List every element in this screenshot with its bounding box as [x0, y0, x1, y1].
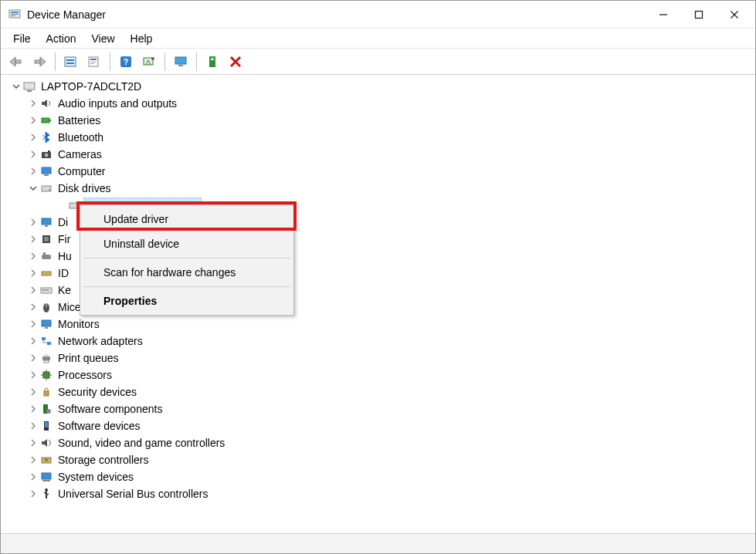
maximize-button[interactable] — [681, 2, 717, 27]
toolbar-show-hidden-button[interactable] — [60, 51, 82, 73]
tree-expander-icon[interactable] — [55, 199, 67, 211]
svg-rect-48 — [45, 289, 46, 291]
tree-expander-icon[interactable] — [27, 148, 39, 160]
tree-category[interactable]: Security devices — [7, 383, 749, 400]
tree-expander-icon[interactable] — [27, 471, 39, 483]
context-scan-hardware[interactable]: Scan for hardware changes — [80, 260, 293, 285]
tree-item-label: Batteries — [56, 113, 102, 127]
minimize-button[interactable] — [646, 2, 681, 27]
tree-expander-icon[interactable] — [27, 335, 39, 347]
close-button[interactable] — [717, 2, 752, 27]
tree-expander-icon[interactable] — [27, 301, 39, 313]
tree-item-label: Storage controllers — [56, 453, 151, 467]
toolbar-separator — [55, 52, 56, 71]
tree-category[interactable]: Storage controllers — [7, 451, 749, 468]
tree-category[interactable]: Cameras — [7, 146, 749, 163]
tree-category[interactable]: Computer — [7, 163, 749, 180]
tree-item-label: Hu — [56, 249, 73, 263]
tree-expander-icon[interactable] — [27, 250, 39, 262]
tree-item-label: Audio inputs and outputs — [56, 96, 178, 110]
tree-expander-icon[interactable] — [27, 318, 39, 330]
svg-rect-68 — [45, 422, 48, 427]
tree-category[interactable]: Software components — [7, 400, 749, 417]
menu-help[interactable]: Help — [124, 31, 159, 46]
svg-rect-14 — [90, 59, 97, 60]
tree-expander-icon[interactable] — [27, 420, 39, 432]
tree-category[interactable]: System devices — [7, 468, 749, 485]
menu-view[interactable]: View — [85, 31, 120, 46]
svg-rect-27 — [27, 90, 32, 92]
tree-item-label: Sound, video and game controllers — [56, 436, 226, 450]
ide-icon — [39, 266, 53, 280]
speaker-icon — [39, 96, 53, 110]
tree-expander-icon[interactable] — [27, 233, 39, 245]
svg-rect-58 — [44, 360, 49, 363]
tree-expander-icon[interactable] — [27, 216, 39, 228]
context-menu: Update driver Uninstall device Scan for … — [80, 204, 294, 316]
tree-expander-icon[interactable] — [27, 267, 39, 279]
tree-category[interactable]: Universal Serial Bus controllers — [7, 485, 749, 502]
tree-expander-icon[interactable] — [27, 165, 39, 177]
tree-expander-icon[interactable] — [27, 284, 39, 296]
tree-expander-icon[interactable] — [27, 437, 39, 449]
context-properties[interactable]: Properties — [80, 289, 293, 313]
keyboard-icon — [39, 283, 53, 297]
toolbar-scan-button[interactable] — [138, 51, 160, 73]
tree-category[interactable]: Print queues — [7, 350, 749, 367]
tree-view[interactable]: LAPTOP-7ADCLT2DAudio inputs and outputsB… — [1, 75, 755, 533]
context-update-driver[interactable]: Update driver — [80, 207, 293, 231]
tree-item-label: Network adapters — [56, 334, 144, 348]
tree-root[interactable]: LAPTOP-7ADCLT2D — [7, 78, 749, 95]
svg-rect-71 — [42, 473, 51, 479]
usb-icon — [39, 487, 53, 501]
tree-expander-icon[interactable] — [27, 488, 39, 500]
battery-icon — [39, 113, 53, 127]
svg-rect-45 — [42, 272, 51, 275]
toolbar-forward-button[interactable] — [29, 51, 50, 73]
context-uninstall-device[interactable]: Uninstall device — [80, 231, 293, 256]
tree-item-label: Print queues — [56, 351, 120, 365]
tree-category[interactable]: Audio inputs and outputs — [7, 95, 749, 112]
tree-expander-icon[interactable] — [27, 369, 39, 381]
tree-expander-icon[interactable] — [27, 352, 39, 364]
svg-rect-72 — [42, 480, 50, 481]
tree-item-label: Cameras — [56, 147, 103, 161]
tree-category[interactable]: Disk drives — [7, 180, 749, 197]
tree-category[interactable]: Batteries — [7, 112, 749, 129]
toolbar-uninstall-button[interactable] — [225, 51, 246, 73]
tree-expander-icon[interactable] — [27, 403, 39, 415]
tree-category[interactable]: Software devices — [7, 417, 749, 434]
menu-file[interactable]: File — [7, 31, 37, 46]
tree-item-label: Processors — [56, 368, 114, 382]
tree-category[interactable]: Monitors — [7, 316, 749, 333]
tree-item-label: ID — [56, 266, 70, 280]
tree-category[interactable]: Network adapters — [7, 333, 749, 350]
tree-category[interactable]: Sound, video and game controllers — [7, 434, 749, 451]
toolbar-update-driver-button[interactable] — [202, 51, 223, 73]
toolbar-back-button[interactable] — [5, 51, 27, 73]
svg-rect-28 — [42, 118, 49, 123]
tree-expander-icon[interactable] — [27, 182, 39, 194]
svg-rect-49 — [47, 289, 49, 291]
tree-item-label: LAPTOP-7ADCLT2D — [39, 79, 143, 93]
tree-expander-icon[interactable] — [27, 97, 39, 110]
toolbar-properties-button[interactable] — [83, 51, 105, 73]
tree-category[interactable]: Processors — [7, 367, 749, 383]
tree-item-label: Ke — [56, 283, 73, 297]
tree-category[interactable]: Bluetooth — [7, 129, 749, 146]
tree-expander-icon[interactable] — [27, 454, 39, 466]
tree-expander-icon[interactable] — [27, 114, 39, 127]
tree-expander-icon[interactable] — [27, 386, 39, 398]
svg-point-20 — [151, 57, 154, 60]
svg-point-38 — [76, 206, 78, 208]
tree-expander-icon[interactable] — [27, 131, 39, 144]
menu-action[interactable]: Action — [40, 31, 83, 46]
toolbar-monitor-button[interactable] — [170, 51, 192, 73]
printer-icon — [39, 351, 53, 365]
tree-item-label: Security devices — [56, 385, 138, 399]
toolbar-separator — [110, 52, 110, 71]
tree-expander-icon[interactable] — [10, 80, 22, 93]
swdev-icon — [39, 419, 53, 433]
toolbar-help-button[interactable]: ? — [115, 51, 137, 73]
display-icon — [39, 215, 53, 229]
